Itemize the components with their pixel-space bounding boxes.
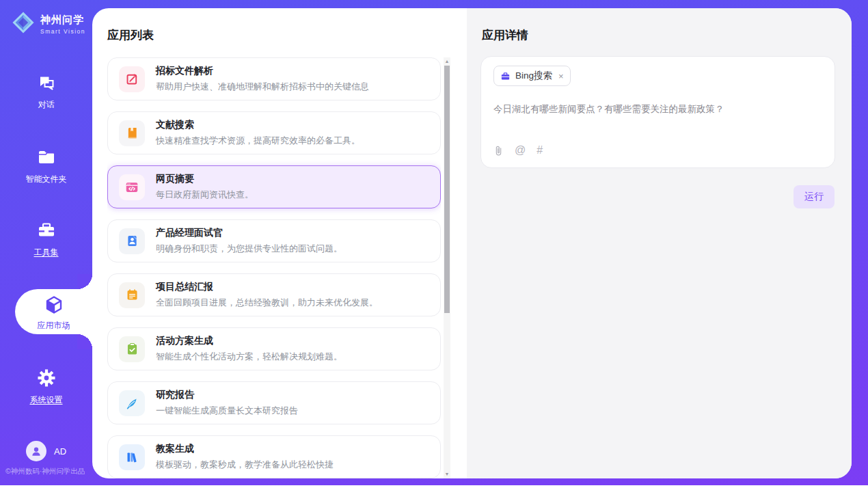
app-card[interactable]: 文献搜索快速精准查找学术资源，提高研究效率的必备工具。: [107, 111, 441, 154]
copyright-text: ©神州数码·神州问学出品: [5, 467, 92, 476]
attachment-icon[interactable]: [493, 145, 504, 157]
scroll-up-icon[interactable]: ▲: [444, 57, 450, 66]
scrollbar[interactable]: ▲ ▼: [444, 57, 450, 478]
input-toolbar: @ #: [493, 144, 543, 157]
app-detail-title: 应用详情: [482, 27, 528, 43]
app-card[interactable]: 活动方案生成智能生成个性化活动方案，轻松解决规划难题。: [107, 327, 441, 370]
app-card-title: 招标文件解析: [156, 65, 369, 77]
sidebar-item-label: 对话: [0, 99, 92, 111]
person-icon: [30, 445, 42, 457]
sidebar-item-folder[interactable]: 智能文件夹: [0, 147, 92, 185]
toolbox-icon: [36, 231, 57, 243]
app-card-description: 每日政府新闻资讯快查。: [156, 189, 254, 201]
app-card-description: 智能生成个性化活动方案，轻松解决规划难题。: [156, 351, 342, 363]
app-list-section: 应用列表 招标文件解析帮助用户快速、准确地理解和解析招标书中的关键信息文献搜索快…: [92, 8, 467, 478]
sidebar-item-label: 工具集: [0, 247, 92, 258]
clipboard-check-icon: [119, 336, 145, 362]
report-note-icon: [119, 282, 145, 308]
bing-search-tag[interactable]: Bing搜索 ×: [493, 66, 571, 86]
brand-tagline: Smart Vision: [40, 28, 85, 35]
cube-icon: [44, 306, 64, 317]
books-icon: [119, 444, 145, 470]
app-card-title: 网页摘要: [156, 173, 254, 185]
sidebar-item-gear[interactable]: 系统设置: [0, 368, 92, 406]
app-card[interactable]: 研究报告一键智能生成高质量长文本研究报告: [107, 381, 441, 424]
app-card-description: 快速精准查找学术资源，提高研究效率的必备工具。: [156, 135, 360, 147]
app-card[interactable]: 招标文件解析帮助用户快速、准确地理解和解析招标书中的关键信息: [107, 57, 441, 100]
app-card-title: 项目总结汇报: [156, 281, 378, 293]
briefcase-icon: [500, 71, 511, 81]
bubble-curve-bottom: [77, 334, 92, 349]
chat-icon: [36, 83, 57, 95]
app-card[interactable]: 网页摘要每日政府新闻资讯快查。: [107, 165, 441, 208]
main-panel: 应用列表 招标文件解析帮助用户快速、准确地理解和解析招标书中的关键信息文献搜索快…: [92, 8, 852, 478]
tender-doc-icon: [119, 66, 145, 92]
app-card[interactable]: 教案生成模板驱动，教案秒成，教学准备从此轻松快捷: [107, 435, 441, 478]
app-list-title: 应用列表: [107, 27, 154, 43]
scrollbar-thumb[interactable]: [444, 66, 450, 313]
folder-icon: [36, 158, 57, 170]
app-card-description: 明确身份和职责，为您提供专业性的面试问题。: [156, 243, 342, 255]
book-icon: [119, 120, 145, 146]
mention-icon[interactable]: @: [515, 144, 526, 157]
query-input[interactable]: 今日湖北有哪些新闻要点？有哪些需要关注的最新政策？: [493, 103, 822, 116]
sidebar: 神州问学 Smart Vision 对话智能文件夹工具集应用市场系统设置 AD …: [0, 0, 92, 485]
brand-diamond-icon: [11, 10, 36, 38]
sidebar-item-label: 应用市场: [15, 320, 92, 331]
app-card-title: 活动方案生成: [156, 335, 342, 347]
app-card-description: 一键智能生成高质量长文本研究报告: [156, 405, 298, 417]
sidebar-item-toolbox[interactable]: 工具集: [0, 220, 92, 258]
app-card-description: 全面回顾项目进展，总结经验教训，助力未来优化发展。: [156, 297, 378, 309]
user-initials: AD: [54, 446, 66, 457]
bubble-curve-top: [77, 274, 92, 289]
app-card-title: 产品经理面试官: [156, 227, 342, 239]
brand-logo: 神州问学 Smart Vision: [11, 10, 85, 38]
app-card-title: 文献搜索: [156, 119, 360, 131]
interviewer-icon: [119, 228, 145, 254]
scroll-down-icon[interactable]: ▼: [444, 470, 450, 478]
sidebar-item-label: 系统设置: [0, 394, 92, 406]
sidebar-item-cube[interactable]: 应用市场: [15, 289, 92, 334]
prompt-input-card[interactable]: Bing搜索 × 今日湖北有哪些新闻要点？有哪些需要关注的最新政策？ @ #: [480, 56, 835, 168]
app-card-title: 教案生成: [156, 443, 334, 455]
brand-name: 神州问学: [40, 14, 85, 27]
user-row[interactable]: AD: [0, 441, 92, 461]
gear-icon: [36, 379, 57, 390]
run-button[interactable]: 运行: [794, 185, 835, 208]
quill-pen-icon: [119, 390, 145, 416]
webpage-code-icon: [119, 174, 145, 200]
hash-icon[interactable]: #: [537, 144, 543, 157]
app-card-title: 研究报告: [156, 389, 298, 401]
tag-close-icon[interactable]: ×: [558, 71, 564, 81]
app-card-description: 模板驱动，教案秒成，教学准备从此轻松快捷: [156, 459, 334, 471]
tag-label: Bing搜索: [515, 70, 552, 82]
sidebar-item-label: 智能文件夹: [0, 174, 92, 185]
avatar[interactable]: [26, 441, 46, 461]
app-card[interactable]: 项目总结汇报全面回顾项目进展，总结经验教训，助力未来优化发展。: [107, 273, 441, 316]
app-detail-section: 应用详情 Bing搜索 × 今日湖北有哪些新闻要点？有哪些需要关注的最新政策？: [467, 8, 852, 478]
app-card-list: 招标文件解析帮助用户快速、准确地理解和解析招标书中的关键信息文献搜索快速精准查找…: [107, 57, 441, 478]
app-card-description: 帮助用户快速、准确地理解和解析招标书中的关键信息: [156, 81, 369, 93]
sidebar-item-chat[interactable]: 对话: [0, 72, 92, 111]
app-card[interactable]: 产品经理面试官明确身份和职责，为您提供专业性的面试问题。: [107, 219, 441, 262]
